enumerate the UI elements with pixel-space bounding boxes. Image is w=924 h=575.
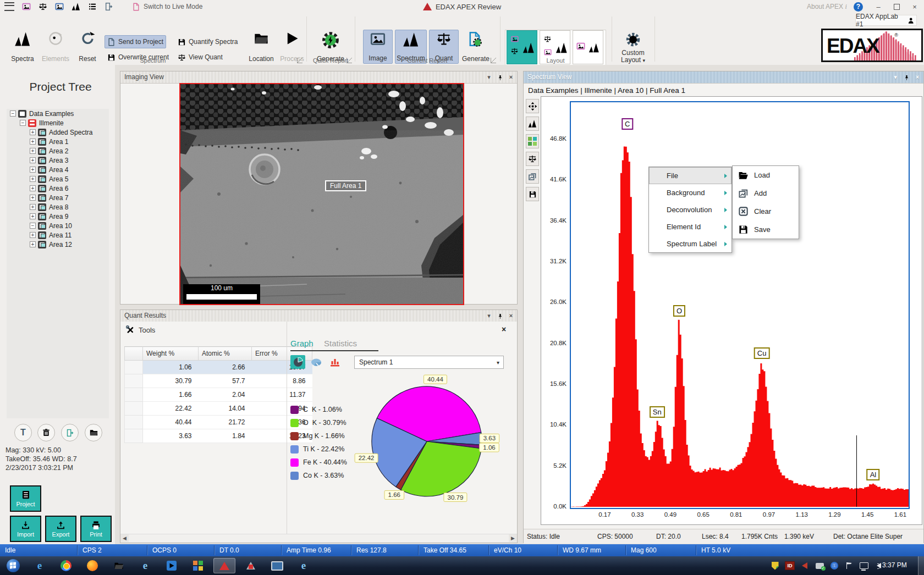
tree-expander-icon[interactable]: +	[30, 213, 36, 219]
tree-expander-icon[interactable]: −	[10, 110, 16, 117]
pie-chart-type-button[interactable]	[290, 355, 305, 369]
table-row[interactable]: 1.662.0411.37	[125, 388, 312, 402]
spectrum-group-launcher[interactable]	[297, 58, 302, 63]
taskbar-app-media-app-icon[interactable]	[161, 558, 183, 573]
tree-item-area-5[interactable]: +Area 5	[7, 174, 109, 184]
quant-table[interactable]: Weight %Atomic %Error %1.062.6618.6730.7…	[124, 346, 312, 443]
graph-pane-close-icon[interactable]: ×	[499, 325, 508, 334]
taskbar-app-ie-browser-icon[interactable]: e	[134, 558, 156, 573]
submenu-item-save[interactable]: Save	[733, 220, 799, 239]
imaging-view-header[interactable]: Imaging View ▾ ×	[120, 71, 517, 84]
context-menu-item-element-id[interactable]: Element Id	[649, 218, 732, 235]
table-row[interactable]: 22.4214.042.94	[125, 402, 312, 416]
id-badge-icon[interactable]: ID	[784, 561, 796, 571]
pane-divider[interactable]	[287, 322, 287, 534]
tree-expander-icon[interactable]: +	[30, 157, 36, 163]
tree-expander-icon[interactable]: +	[30, 176, 36, 182]
network-status-icon[interactable]	[858, 561, 870, 571]
tree-expander-icon[interactable]: +	[30, 204, 36, 210]
quick-quant-button[interactable]	[38, 0, 47, 13]
quant-horizontal-scrollbar[interactable]: ◀ ▶	[120, 534, 517, 543]
taskbar-app-edge-browser-icon[interactable]: e	[29, 558, 51, 573]
spectrum-view-header[interactable]: Spectrum View ▾ ×	[524, 71, 923, 84]
context-menu-item-file[interactable]: File	[649, 167, 732, 184]
network-key-icon[interactable]: ⚿	[828, 561, 840, 571]
exit-item-button[interactable]	[61, 424, 79, 441]
imaging-menu-icon[interactable]: ▾	[485, 73, 493, 81]
tree-item-area-6[interactable]: +Area 6	[7, 184, 109, 193]
tree-item-area-10[interactable]: −Area 10	[7, 221, 109, 230]
text-annotation-button[interactable]: T	[14, 424, 32, 441]
taskbar-app-office-app-icon[interactable]	[187, 558, 209, 573]
tree-item-data-examples[interactable]: −Data Examples	[7, 109, 109, 118]
tree-expander-icon[interactable]: +	[30, 148, 36, 154]
imaging-close-icon[interactable]: ×	[507, 73, 515, 81]
import-button[interactable]: Import	[10, 516, 41, 542]
help-button[interactable]: ?	[854, 0, 863, 13]
taskbar-app-file-explorer-icon[interactable]	[108, 558, 130, 573]
table-row[interactable]: 1.062.6618.67	[125, 361, 312, 374]
tree-item-area-7[interactable]: +Area 7	[7, 193, 109, 202]
delete-button[interactable]	[37, 424, 55, 441]
taskbar-app-ie-browser-icon-2[interactable]: e	[293, 558, 315, 573]
column-header[interactable]: Weight %	[143, 347, 199, 361]
close-button[interactable]: ×	[908, 0, 922, 13]
tree-item-area-1[interactable]: +Area 1	[7, 137, 109, 146]
fit-view-button[interactable]	[526, 99, 539, 113]
custom-layout-button[interactable]: Custom Layout ▾	[612, 13, 654, 65]
print-button[interactable]: Print	[80, 516, 112, 542]
submenu-item-clear[interactable]: Clear	[733, 202, 799, 220]
tree-item-area-2[interactable]: +Area 2	[7, 146, 109, 156]
app-menu-button[interactable]	[4, 0, 14, 13]
project-button[interactable]: Project	[10, 485, 41, 512]
taskbar-app-apex-review-app-icon[interactable]	[213, 558, 235, 573]
quick-image-button[interactable]	[22, 0, 31, 13]
table-row[interactable]: 40.4421.723.36	[125, 416, 312, 429]
submenu-item-add[interactable]: Add	[733, 184, 799, 202]
minimize-button[interactable]: –	[871, 0, 886, 13]
export-image-button[interactable]	[526, 169, 539, 184]
quantify-spectra-button[interactable]: Quantify Spectra	[175, 35, 240, 48]
user-badge[interactable]: EDAX AppLab #1	[855, 15, 917, 26]
spectrum-plot-area[interactable]: COSnCuAl	[570, 101, 910, 509]
tree-expander-icon[interactable]: −	[20, 120, 26, 126]
start-button[interactable]	[2, 558, 24, 573]
submenu-item-load[interactable]: Load	[733, 166, 799, 184]
taskbar-app-edax-utility-icon[interactable]	[240, 558, 262, 573]
tree-item-area-9[interactable]: +Area 9	[7, 212, 109, 221]
spectrum-selector-dropdown[interactable]: Spectrum 1▾	[354, 356, 504, 369]
quant-close-icon[interactable]: ×	[507, 311, 515, 320]
tree-item-illmenite[interactable]: −Illmenite	[7, 118, 109, 128]
about-apex-link[interactable]: About APEX i	[807, 0, 847, 13]
spectrum-close-icon[interactable]: ×	[914, 73, 921, 81]
open-folder-button[interactable]	[85, 424, 102, 441]
table-row[interactable]: 30.7957.78.86	[125, 374, 312, 388]
tree-expander-icon[interactable]: +	[30, 241, 36, 247]
muted-speaker-icon[interactable]	[799, 561, 811, 571]
sem-image[interactable]: Full Area 1 100 um	[179, 83, 464, 305]
tree-item-area-4[interactable]: +Area 4	[7, 165, 109, 174]
tree-expander-icon[interactable]: +	[30, 195, 36, 201]
save-spectrum-button[interactable]	[526, 187, 539, 201]
quick-list-button[interactable]	[88, 0, 97, 13]
table-row[interactable]: 3.631.8413.23	[125, 429, 312, 443]
security-shield-icon[interactable]	[769, 561, 781, 571]
quant-pin-icon[interactable]	[496, 311, 504, 320]
quick-report-launcher[interactable]	[346, 58, 352, 63]
taskbar-app-chrome-icon[interactable]	[55, 558, 77, 573]
taskbar-app-remote-monitor-icon[interactable]	[266, 558, 288, 573]
tree-expander-icon[interactable]: +	[30, 232, 36, 238]
tree-expander-icon[interactable]: −	[30, 223, 36, 229]
spectrum-pin-icon[interactable]	[903, 73, 910, 81]
bar-chart-type-button[interactable]	[327, 355, 342, 369]
tree-item-added-spectra[interactable]: +Added Spectra	[7, 128, 109, 137]
quick-spectrum-button[interactable]	[72, 0, 80, 13]
export-button[interactable]: Export	[45, 516, 76, 542]
quant-results-header[interactable]: Quant Results ▾ ×	[120, 310, 517, 322]
restore-button[interactable]	[889, 0, 904, 13]
pie3d-chart-type-button[interactable]	[309, 355, 323, 369]
current-report-launcher[interactable]	[491, 58, 496, 63]
tree-item-area-3[interactable]: +Area 3	[7, 156, 109, 165]
column-header[interactable]: Atomic %	[199, 347, 252, 361]
context-menu-item-deconvolution[interactable]: Deconvolution	[649, 201, 732, 218]
